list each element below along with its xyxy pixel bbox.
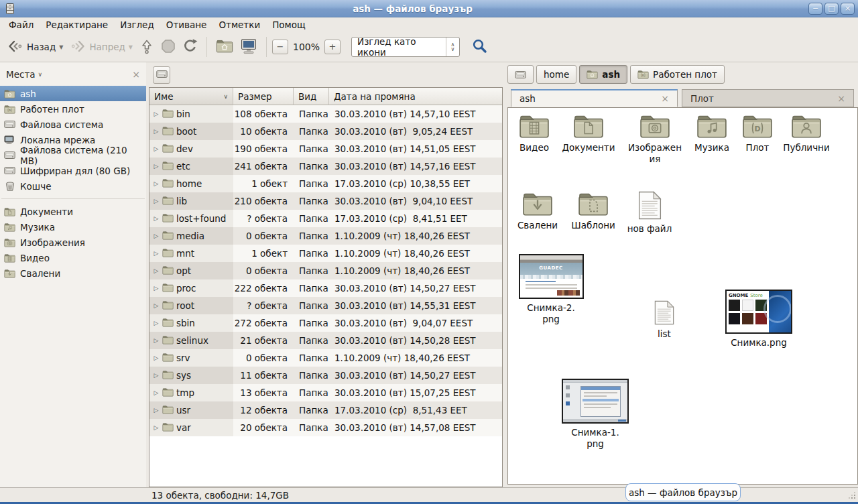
zoom-out-button[interactable]: − [272,40,288,54]
menu-item-5[interactable]: Помощ [266,18,312,32]
table-row-usr[interactable]: ▷usr12 обектаПапка17.03.2010 (ср) 8,51,4… [149,401,502,419]
forward-button[interactable]: Напред ▼ [66,37,136,58]
expander-icon[interactable]: ▷ [153,198,160,204]
column-header-2[interactable]: Вид [294,88,329,105]
computer-button[interactable] [237,36,261,58]
titlebar[interactable]: ash — файлов браузър ─ □ × [0,0,858,17]
table-row-sbin[interactable]: ▷sbin272 обектаПапка30.03.2010 (вт) 9,04… [149,314,502,332]
table-row-lib[interactable]: ▷lib210 обектаПапка30.03.2010 (вт) 9,04,… [149,192,502,210]
table-row-bin[interactable]: ▷bin108 обектаПапка30.03.2010 (вт) 14,57… [149,105,502,123]
pane-splitter[interactable] [503,62,507,487]
stop-button[interactable] [158,37,179,58]
sidebar-item-Работен плот[interactable]: DРаботен плот [0,101,146,117]
menu-item-0[interactable]: Файл [3,18,40,32]
sidebar-item-Кошче[interactable]: Кошче [0,178,146,194]
expander-icon[interactable]: ▷ [153,250,160,257]
combo-spinner-icon[interactable]: ∧∨ [446,38,459,56]
forward-dropdown-icon[interactable]: ▼ [129,44,133,50]
expander-icon[interactable]: ▷ [153,128,160,135]
menu-item-2[interactable]: Изглед [114,18,160,32]
view-mode-select[interactable]: Изглед като икони ∧∨ [351,37,460,57]
expander-icon[interactable]: ▷ [153,407,160,414]
table-row-home[interactable]: ▷home1 обектПапка17.03.2010 (ср) 10,38,5… [149,175,502,192]
tab-close-icon[interactable]: × [661,93,669,104]
breadcrumb-button-Работен плот[interactable]: DРаботен плот [630,65,725,84]
icon-view[interactable]: ВидеоДокументиИзображенияМузикаDПлотПубл… [507,107,858,485]
icon-item-snimka-1[interactable]: Снимка-1.png [558,379,633,449]
tree-root-button[interactable] [153,66,170,84]
table-row-opt[interactable]: ▷opt0 обектаПапка1.10.2009 (чт) 18,40,26… [149,262,502,279]
sidebar-item-Свалени[interactable]: Свалени [0,265,146,281]
table-row-proc[interactable]: ▷proc222 обектаПапка30.03.2010 (вт) 14,5… [149,279,502,297]
expander-icon[interactable]: ▷ [153,302,160,309]
sidebar-close-icon[interactable]: × [132,69,140,80]
expander-icon[interactable]: ▷ [153,337,160,344]
sidebar-item-Файлова система (210 MB)[interactable]: Файлова система (210 MB) [0,147,146,163]
back-dropdown-icon[interactable]: ▼ [59,44,63,50]
table-row-mnt[interactable]: ▷mnt1 обектПапка1.10.2009 (чт) 18,40,26 … [149,245,502,262]
icon-item-list[interactable]: list [642,300,686,340]
icon-item-music[interactable]: Музика [690,113,733,153]
expander-icon[interactable]: ▷ [153,389,160,396]
table-row-media[interactable]: ▷media0 обектаПапка1.10.2009 (чт) 18,40,… [149,227,502,245]
icon-item-documents[interactable]: Документи [559,113,618,153]
icon-item-public[interactable]: Публични [778,113,835,153]
expander-icon[interactable]: ▷ [153,267,160,274]
sidebar-item-Шифриран дял (80 GB)[interactable]: Шифриран дял (80 GB) [0,163,146,178]
tab-Плот[interactable]: Плот× [682,89,854,107]
sidebar-item-ash[interactable]: ash [0,86,146,101]
table-row-root[interactable]: ▷root? обектаПапка30.03.2010 (вт) 14,55,… [149,297,502,314]
breadcrumb-button-root[interactable] [507,65,534,84]
places-header[interactable]: Места ∨ × [0,62,146,86]
expander-icon[interactable]: ▷ [153,372,160,379]
menu-item-1[interactable]: Редактиране [40,18,114,32]
expander-icon[interactable]: ▷ [153,320,160,326]
search-button[interactable] [472,38,487,56]
expander-icon[interactable]: ▷ [153,424,160,431]
expander-icon[interactable]: ▷ [153,215,160,222]
expander-icon[interactable]: ▷ [153,145,160,152]
breadcrumb-button-home[interactable]: home [536,65,576,84]
zoom-in-button[interactable]: + [324,40,341,54]
icon-item-downloads[interactable]: Свалени [516,191,559,231]
expander-icon[interactable]: ▷ [153,111,160,117]
table-row-boot[interactable]: ▷boot10 обектаПапка30.03.2010 (вт) 9,05,… [149,123,502,140]
minimize-button[interactable]: ─ [808,3,822,15]
table-row-tmp[interactable]: ▷tmp13 обектаПапка30.03.2010 (вт) 15,07,… [149,384,502,401]
column-header-3[interactable]: Дата на промяна [329,88,502,105]
icon-item-new-file[interactable]: нов файл [623,191,676,235]
maximize-button[interactable]: □ [824,3,839,15]
resize-grip[interactable] [847,491,855,499]
tab-close-icon[interactable]: × [837,93,845,104]
table-row-var[interactable]: ▷var20 обектаПапка30.03.2010 (вт) 14,57,… [149,419,502,436]
taskbar-window-button[interactable]: ash — файлов браузър [625,483,741,501]
icon-item-images[interactable]: Изображения [626,113,684,164]
expander-icon[interactable]: ▷ [153,233,160,239]
menu-item-3[interactable]: Отиване [160,18,213,32]
breadcrumb-button-ash[interactable]: ash [579,65,627,84]
icon-item-video[interactable]: Видео [513,113,555,153]
close-button[interactable]: × [841,3,855,15]
icon-item-snimka-2[interactable]: GUADEC Снимка-2.png [515,254,587,324]
up-button[interactable] [136,36,158,58]
home-button[interactable] [212,37,237,57]
table-row-sys[interactable]: ▷sys11 обектаПапка30.03.2010 (вт) 14,50,… [149,367,502,384]
reload-button[interactable] [179,36,201,58]
sidebar-item-Изображения[interactable]: Изображения [0,235,146,250]
sidebar-item-Видео[interactable]: Видео [0,250,146,265]
sidebar-item-Файлова система[interactable]: Файлова система [0,117,146,132]
places-dropdown-icon[interactable]: ∨ [38,71,43,78]
expander-icon[interactable]: ▷ [153,355,160,361]
table-row-srv[interactable]: ▷srv0 обектаПапка1.10.2009 (чт) 18,40,26… [149,349,502,367]
icon-item-templates[interactable]: Шаблони [567,191,619,231]
tab-ash[interactable]: ash× [511,89,678,107]
table-row-dev[interactable]: ▷dev190 обектаПапка30.03.2010 (вт) 14,51… [149,140,502,158]
sidebar-item-Музика[interactable]: Музика [0,219,146,235]
expander-icon[interactable]: ▷ [153,285,160,292]
sidebar-item-Документи[interactable]: Документи [0,204,146,219]
table-row-lost+found[interactable]: ▷lost+found? обектаПапка17.03.2010 (ср) … [149,210,502,227]
column-header-0[interactable]: Име∨ [149,88,233,105]
menu-item-4[interactable]: Отметки [212,18,266,32]
back-button[interactable]: Назад ▼ [4,37,66,58]
expander-icon[interactable]: ▷ [153,180,160,187]
